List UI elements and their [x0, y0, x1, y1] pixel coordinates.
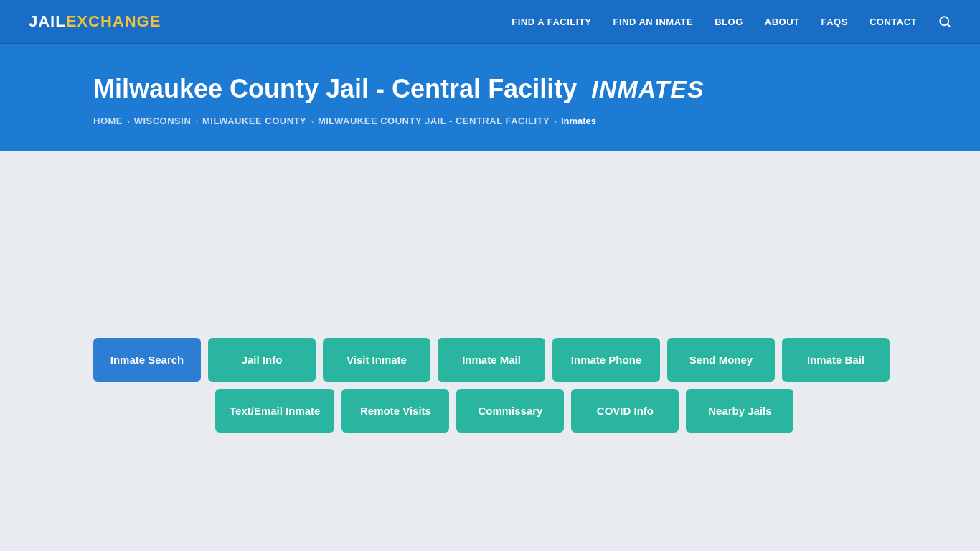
main-nav: FIND A FACILITY FIND AN INMATE BLOG ABOU…	[512, 15, 951, 28]
site-header: JAIL EXCHANGE FIND A FACILITY FIND AN IN…	[0, 0, 980, 44]
btn-commissary[interactable]: Commissary	[456, 389, 564, 433]
btn-remote-visits[interactable]: Remote Visits	[341, 389, 449, 433]
page-title: Milwaukee County Jail - Central Facility…	[93, 73, 887, 104]
hero-banner: Milwaukee County Jail - Central Facility…	[0, 44, 980, 151]
btn-text-email-inmate[interactable]: Text/Email Inmate	[215, 389, 334, 433]
btn-jail-info[interactable]: Jail Info	[208, 338, 316, 382]
breadcrumb: Home › Wisconsin › Milwaukee County › Mi…	[93, 116, 887, 126]
btn-send-money[interactable]: Send Money	[667, 338, 775, 382]
nav-find-facility[interactable]: FIND A FACILITY	[512, 17, 591, 27]
nav-contact[interactable]: CONTACT	[870, 17, 917, 27]
nav-faqs[interactable]: FAQs	[821, 17, 848, 27]
nav-find-inmate[interactable]: FIND AN INMATE	[613, 17, 694, 27]
breadcrumb-home[interactable]: Home	[93, 116, 123, 126]
btn-visit-inmate[interactable]: Visit Inmate	[323, 338, 430, 382]
svg-line-1	[947, 24, 949, 26]
button-row-2: Text/Email InmateRemote VisitsCommissary…	[93, 389, 793, 433]
button-row-1: Inmate SearchJail InfoVisit InmateInmate…	[93, 338, 890, 382]
breadcrumb-chevron-2: ›	[195, 117, 198, 126]
logo-jail-text: JAIL	[29, 12, 66, 31]
btn-inmate-phone[interactable]: Inmate Phone	[552, 338, 660, 382]
breadcrumb-milwaukee-county[interactable]: Milwaukee County	[202, 116, 306, 126]
btn-inmate-mail[interactable]: Inmate Mail	[438, 338, 545, 382]
breadcrumb-current: Inmates	[561, 116, 596, 126]
breadcrumb-wisconsin[interactable]: Wisconsin	[134, 116, 192, 126]
nav-about[interactable]: ABOUT	[765, 17, 800, 27]
row2-spacer	[93, 389, 208, 433]
btn-covid-info[interactable]: COVID Info	[571, 389, 679, 433]
btn-inmate-search[interactable]: Inmate Search	[93, 338, 201, 382]
logo-exchange-text: EXCHANGE	[66, 12, 161, 31]
main-content: Inmate SearchJail InfoVisit InmateInmate…	[0, 151, 980, 476]
breadcrumb-facility[interactable]: Milwaukee County Jail - Central Facility	[318, 116, 550, 126]
breadcrumb-chevron-4: ›	[554, 117, 557, 126]
btn-nearby-jails[interactable]: Nearby Jails	[686, 389, 793, 433]
breadcrumb-chevron-3: ›	[311, 117, 314, 126]
btn-inmate-bail[interactable]: Inmate Bail	[782, 338, 890, 382]
breadcrumb-chevron-1: ›	[127, 117, 130, 126]
search-icon-button[interactable]	[938, 15, 951, 28]
site-logo[interactable]: JAIL EXCHANGE	[29, 12, 161, 31]
nav-blog[interactable]: BLOG	[715, 17, 743, 27]
button-section: Inmate SearchJail InfoVisit InmateInmate…	[93, 338, 887, 433]
